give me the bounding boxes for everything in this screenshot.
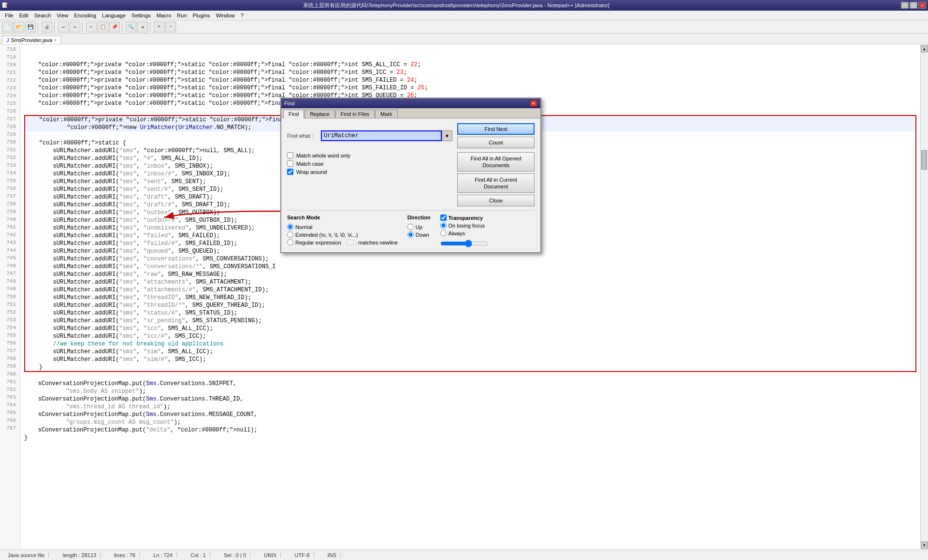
code-line-765[interactable]: sConversationProjectionMap.put("delta", … <box>24 426 916 434</box>
menu-view[interactable]: View <box>54 12 72 19</box>
code-line-718[interactable]: "color:#0000ff;">private "color:#0000ff;… <box>24 61 916 69</box>
scroll-down-button[interactable]: ▼ <box>921 542 928 548</box>
menu-search[interactable]: Search <box>31 12 54 19</box>
find-tab-find[interactable]: Find <box>283 110 304 118</box>
search-regex-radio[interactable] <box>287 239 293 245</box>
menu-edit[interactable]: Edit <box>16 12 31 19</box>
code-line-760[interactable]: "sms.body AS snippet"); <box>24 388 916 395</box>
find-all-opened-button[interactable]: Find All in All OpenedDocuments <box>457 152 535 172</box>
line-number-726: 726 <box>2 107 18 115</box>
code-line-744[interactable]: sURLMatcher.addURI("sms", "conversations… <box>24 263 916 271</box>
toolbar-print[interactable]: 🖨 <box>42 22 52 32</box>
toolbar-replace[interactable]: ⇄ <box>137 22 148 32</box>
matches-newline-checkbox[interactable] <box>347 239 353 245</box>
close-button[interactable]: ✕ <box>918 2 926 9</box>
code-line-753[interactable]: sURLMatcher.addURI("sms", "icc/#", SMS_I… <box>24 332 916 340</box>
status-ins: INS <box>324 552 341 558</box>
find-what-row: Find what : ▼ Find Next Count <box>287 123 535 148</box>
code-line-754[interactable]: //we keep these for not breaking old app… <box>24 340 916 348</box>
wrap-around-checkbox[interactable] <box>287 169 293 175</box>
tab-label: SmsProvider.java <box>11 37 53 43</box>
find-tab-replace[interactable]: Replace <box>304 110 334 118</box>
search-extended-row: Extended (\n, \r, \t, \0, \x...) <box>287 231 398 238</box>
code-line-751[interactable]: sURLMatcher.addURI("sms", "sr_pending", … <box>24 317 916 325</box>
minimize-button[interactable]: − <box>901 2 909 9</box>
find-next-button[interactable]: Find Next <box>457 123 535 135</box>
find-tab-mark[interactable]: Mark <box>375 110 397 118</box>
code-line-756[interactable]: sURLMatcher.addURI("sms", "sim/#", SMS_I… <box>24 356 916 363</box>
code-line-745[interactable]: sURLMatcher.addURI("sms", "raw", SMS_RAW… <box>24 271 916 278</box>
scroll-up-button[interactable]: ▲ <box>921 45 928 52</box>
toolbar-paste[interactable]: 📌 <box>109 22 120 32</box>
line-number-745: 745 <box>2 254 18 262</box>
toolbar-find[interactable]: 🔍 <box>126 22 136 32</box>
toolbar-cut[interactable]: ✂ <box>86 22 97 32</box>
count-button[interactable]: Count <box>457 137 535 148</box>
toolbar-copy[interactable]: 📋 <box>98 22 108 32</box>
code-line-750[interactable]: sURLMatcher.addURI("sms", "status/#", SM… <box>24 309 916 317</box>
code-line-761[interactable]: sConversationProjectionMap.put(Sms.Conve… <box>24 395 916 403</box>
code-line-747[interactable]: sURLMatcher.addURI("sms", "attachments/#… <box>24 286 916 294</box>
find-what-input[interactable] <box>321 130 442 141</box>
menu-plugins[interactable]: Plugins <box>190 12 213 19</box>
line-number-741: 741 <box>2 223 18 231</box>
toolbar-new[interactable]: 📄 <box>2 22 13 32</box>
direction-down-radio[interactable] <box>407 231 414 238</box>
toolbar-open[interactable]: 📂 <box>14 22 24 32</box>
code-line-759[interactable]: sConversationProjectionMap.put(Sms.Conve… <box>24 380 916 388</box>
toolbar-zoom-in[interactable]: + <box>154 22 164 32</box>
transparency-checkbox[interactable] <box>440 215 447 221</box>
direction-up-radio[interactable] <box>407 224 414 230</box>
code-line-767[interactable] <box>24 442 916 449</box>
search-extended-radio[interactable] <box>287 231 293 238</box>
close-find-button[interactable]: Close <box>457 195 535 206</box>
menu-language[interactable]: Language <box>99 12 129 19</box>
transparency-always-radio[interactable] <box>440 230 447 236</box>
vertical-scrollbar[interactable]: ▲ ▼ <box>920 44 928 549</box>
toolbar-undo[interactable]: ↩ <box>58 22 69 32</box>
code-line-720[interactable]: "color:#0000ff;">private "color:#0000ff;… <box>24 76 916 84</box>
code-line-755[interactable]: sURLMatcher.addURI("sms", "sim", SMS_ALL… <box>24 348 916 356</box>
code-line-758[interactable] <box>24 372 916 380</box>
line-number-766: 766 <box>2 416 18 424</box>
code-line-746[interactable]: sURLMatcher.addURI("sms", "attachments",… <box>24 278 916 286</box>
code-line-762[interactable]: "sms.thread_id AS thread_id"); <box>24 403 916 411</box>
maximize-button[interactable]: □ <box>910 2 917 9</box>
code-line-749[interactable]: sURLMatcher.addURI("sms", "threadID/*", … <box>24 302 916 309</box>
menu-file[interactable]: File <box>2 12 16 19</box>
search-normal-radio[interactable] <box>287 224 293 230</box>
toolbar-sep4 <box>122 22 124 32</box>
code-line-757[interactable]: } <box>24 363 916 372</box>
find-all-current-button[interactable]: Find All in CurrentDocument <box>457 173 535 193</box>
code-line-719[interactable]: "color:#0000ff;">private "color:#0000ff;… <box>24 69 916 76</box>
code-line-763[interactable]: sConversationProjectionMap.put(Sms.Conve… <box>24 411 916 418</box>
transparency-slider[interactable] <box>440 240 489 247</box>
toolbar-redo[interactable]: ↪ <box>70 22 80 32</box>
menu-run[interactable]: Run <box>174 12 189 19</box>
toolbar-zoom-out[interactable]: − <box>165 22 176 32</box>
scroll-thumb[interactable] <box>921 150 927 170</box>
code-line-752[interactable]: sURLMatcher.addURI("sms", "icc", SMS_ALL… <box>24 325 916 332</box>
find-dialog-close-button[interactable]: ✕ <box>530 100 537 107</box>
line-number-728: 728 <box>2 123 18 130</box>
menu-settings[interactable]: Settings <box>129 12 154 19</box>
transparency-focus-radio[interactable] <box>440 222 447 229</box>
menu-encoding[interactable]: Encoding <box>71 12 99 19</box>
match-whole-word-label: Match whole word only <box>296 153 350 158</box>
code-line-743[interactable]: sURLMatcher.addURI("sms", "conversations… <box>24 255 916 263</box>
code-line-748[interactable]: sURLMatcher.addURI("sms", "threadID", SM… <box>24 294 916 302</box>
find-tab-find-in-files[interactable]: Find in Files <box>335 110 375 118</box>
tab-smsprovider[interactable]: J SmsProvider.java × <box>2 36 61 44</box>
menu-window[interactable]: Window <box>213 12 238 19</box>
toolbar-save[interactable]: 💾 <box>25 22 36 32</box>
menu-help[interactable]: ? <box>238 12 246 19</box>
find-what-dropdown[interactable]: ▼ <box>442 130 452 141</box>
menu-macro[interactable]: Macro <box>154 12 174 19</box>
match-case-checkbox[interactable] <box>287 160 293 167</box>
code-line-721[interactable]: "color:#0000ff;">private "color:#0000ff;… <box>24 84 916 92</box>
match-whole-word-checkbox[interactable] <box>287 152 293 158</box>
tab-close-button[interactable]: × <box>54 38 57 43</box>
code-line-764[interactable]: "groups.msg_count AS msg_count"); <box>24 418 916 426</box>
code-line-766[interactable]: } <box>24 434 916 442</box>
toolbar-sep3 <box>82 22 84 32</box>
